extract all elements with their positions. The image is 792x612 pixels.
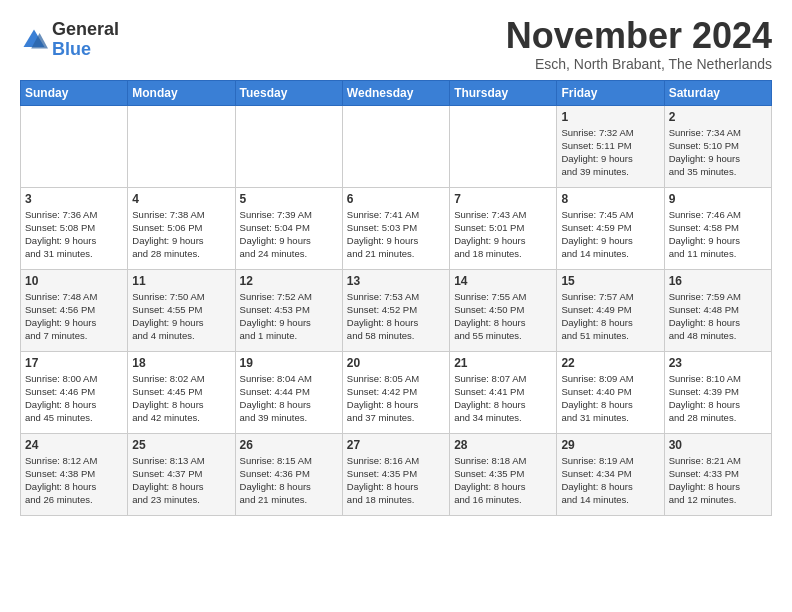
day-number: 17 — [25, 356, 123, 370]
day-info: Sunrise: 7:52 AM Sunset: 4:53 PM Dayligh… — [240, 290, 338, 343]
day-cell: 25Sunrise: 8:13 AM Sunset: 4:37 PM Dayli… — [128, 433, 235, 515]
day-info: Sunrise: 7:41 AM Sunset: 5:03 PM Dayligh… — [347, 208, 445, 261]
day-cell: 8Sunrise: 7:45 AM Sunset: 4:59 PM Daylig… — [557, 187, 664, 269]
calendar-table: SundayMondayTuesdayWednesdayThursdayFrid… — [20, 80, 772, 516]
day-cell: 28Sunrise: 8:18 AM Sunset: 4:35 PM Dayli… — [450, 433, 557, 515]
day-info: Sunrise: 8:15 AM Sunset: 4:36 PM Dayligh… — [240, 454, 338, 507]
day-info: Sunrise: 7:59 AM Sunset: 4:48 PM Dayligh… — [669, 290, 767, 343]
logo: General Blue — [20, 20, 119, 60]
day-info: Sunrise: 7:39 AM Sunset: 5:04 PM Dayligh… — [240, 208, 338, 261]
header-thursday: Thursday — [450, 80, 557, 105]
day-info: Sunrise: 8:12 AM Sunset: 4:38 PM Dayligh… — [25, 454, 123, 507]
day-info: Sunrise: 7:45 AM Sunset: 4:59 PM Dayligh… — [561, 208, 659, 261]
day-cell — [235, 105, 342, 187]
day-number: 2 — [669, 110, 767, 124]
day-number: 26 — [240, 438, 338, 452]
day-cell: 6Sunrise: 7:41 AM Sunset: 5:03 PM Daylig… — [342, 187, 449, 269]
logo-blue-text: Blue — [52, 40, 119, 60]
day-cell — [21, 105, 128, 187]
day-cell: 15Sunrise: 7:57 AM Sunset: 4:49 PM Dayli… — [557, 269, 664, 351]
header-saturday: Saturday — [664, 80, 771, 105]
day-number: 30 — [669, 438, 767, 452]
day-cell: 9Sunrise: 7:46 AM Sunset: 4:58 PM Daylig… — [664, 187, 771, 269]
day-cell: 7Sunrise: 7:43 AM Sunset: 5:01 PM Daylig… — [450, 187, 557, 269]
day-cell: 30Sunrise: 8:21 AM Sunset: 4:33 PM Dayli… — [664, 433, 771, 515]
day-number: 7 — [454, 192, 552, 206]
day-cell: 19Sunrise: 8:04 AM Sunset: 4:44 PM Dayli… — [235, 351, 342, 433]
day-cell — [450, 105, 557, 187]
day-number: 15 — [561, 274, 659, 288]
header-tuesday: Tuesday — [235, 80, 342, 105]
day-number: 20 — [347, 356, 445, 370]
day-number: 18 — [132, 356, 230, 370]
day-cell: 26Sunrise: 8:15 AM Sunset: 4:36 PM Dayli… — [235, 433, 342, 515]
day-cell: 4Sunrise: 7:38 AM Sunset: 5:06 PM Daylig… — [128, 187, 235, 269]
day-info: Sunrise: 7:46 AM Sunset: 4:58 PM Dayligh… — [669, 208, 767, 261]
day-cell: 27Sunrise: 8:16 AM Sunset: 4:35 PM Dayli… — [342, 433, 449, 515]
day-number: 3 — [25, 192, 123, 206]
day-info: Sunrise: 8:18 AM Sunset: 4:35 PM Dayligh… — [454, 454, 552, 507]
day-cell: 17Sunrise: 8:00 AM Sunset: 4:46 PM Dayli… — [21, 351, 128, 433]
header-friday: Friday — [557, 80, 664, 105]
day-cell: 10Sunrise: 7:48 AM Sunset: 4:56 PM Dayli… — [21, 269, 128, 351]
day-number: 10 — [25, 274, 123, 288]
day-cell: 14Sunrise: 7:55 AM Sunset: 4:50 PM Dayli… — [450, 269, 557, 351]
day-info: Sunrise: 7:32 AM Sunset: 5:11 PM Dayligh… — [561, 126, 659, 179]
day-number: 8 — [561, 192, 659, 206]
day-info: Sunrise: 8:02 AM Sunset: 4:45 PM Dayligh… — [132, 372, 230, 425]
header-wednesday: Wednesday — [342, 80, 449, 105]
logo-icon — [20, 26, 48, 54]
day-number: 19 — [240, 356, 338, 370]
week-row-4: 24Sunrise: 8:12 AM Sunset: 4:38 PM Dayli… — [21, 433, 772, 515]
day-cell: 11Sunrise: 7:50 AM Sunset: 4:55 PM Dayli… — [128, 269, 235, 351]
day-info: Sunrise: 7:36 AM Sunset: 5:08 PM Dayligh… — [25, 208, 123, 261]
day-cell: 1Sunrise: 7:32 AM Sunset: 5:11 PM Daylig… — [557, 105, 664, 187]
day-number: 6 — [347, 192, 445, 206]
day-info: Sunrise: 8:21 AM Sunset: 4:33 PM Dayligh… — [669, 454, 767, 507]
day-cell: 18Sunrise: 8:02 AM Sunset: 4:45 PM Dayli… — [128, 351, 235, 433]
day-info: Sunrise: 8:13 AM Sunset: 4:37 PM Dayligh… — [132, 454, 230, 507]
day-info: Sunrise: 7:57 AM Sunset: 4:49 PM Dayligh… — [561, 290, 659, 343]
day-cell: 22Sunrise: 8:09 AM Sunset: 4:40 PM Dayli… — [557, 351, 664, 433]
day-number: 1 — [561, 110, 659, 124]
day-number: 12 — [240, 274, 338, 288]
header-sunday: Sunday — [21, 80, 128, 105]
day-cell: 24Sunrise: 8:12 AM Sunset: 4:38 PM Dayli… — [21, 433, 128, 515]
day-number: 4 — [132, 192, 230, 206]
day-number: 23 — [669, 356, 767, 370]
day-info: Sunrise: 8:04 AM Sunset: 4:44 PM Dayligh… — [240, 372, 338, 425]
page: General Blue November 2024 Esch, North B… — [0, 0, 792, 526]
day-number: 13 — [347, 274, 445, 288]
day-cell — [128, 105, 235, 187]
day-number: 22 — [561, 356, 659, 370]
day-info: Sunrise: 8:07 AM Sunset: 4:41 PM Dayligh… — [454, 372, 552, 425]
day-number: 11 — [132, 274, 230, 288]
day-info: Sunrise: 7:55 AM Sunset: 4:50 PM Dayligh… — [454, 290, 552, 343]
day-cell: 5Sunrise: 7:39 AM Sunset: 5:04 PM Daylig… — [235, 187, 342, 269]
logo-text: General Blue — [52, 20, 119, 60]
day-cell: 3Sunrise: 7:36 AM Sunset: 5:08 PM Daylig… — [21, 187, 128, 269]
day-cell: 13Sunrise: 7:53 AM Sunset: 4:52 PM Dayli… — [342, 269, 449, 351]
day-cell: 29Sunrise: 8:19 AM Sunset: 4:34 PM Dayli… — [557, 433, 664, 515]
day-number: 14 — [454, 274, 552, 288]
day-number: 21 — [454, 356, 552, 370]
day-info: Sunrise: 7:50 AM Sunset: 4:55 PM Dayligh… — [132, 290, 230, 343]
week-row-0: 1Sunrise: 7:32 AM Sunset: 5:11 PM Daylig… — [21, 105, 772, 187]
day-info: Sunrise: 7:43 AM Sunset: 5:01 PM Dayligh… — [454, 208, 552, 261]
day-number: 9 — [669, 192, 767, 206]
day-number: 5 — [240, 192, 338, 206]
day-number: 25 — [132, 438, 230, 452]
header: General Blue November 2024 Esch, North B… — [20, 16, 772, 72]
day-info: Sunrise: 8:09 AM Sunset: 4:40 PM Dayligh… — [561, 372, 659, 425]
day-cell: 2Sunrise: 7:34 AM Sunset: 5:10 PM Daylig… — [664, 105, 771, 187]
day-number: 28 — [454, 438, 552, 452]
day-cell — [342, 105, 449, 187]
day-number: 29 — [561, 438, 659, 452]
day-number: 24 — [25, 438, 123, 452]
day-info: Sunrise: 8:10 AM Sunset: 4:39 PM Dayligh… — [669, 372, 767, 425]
day-info: Sunrise: 7:53 AM Sunset: 4:52 PM Dayligh… — [347, 290, 445, 343]
title-area: November 2024 Esch, North Brabant, The N… — [506, 16, 772, 72]
location-subtitle: Esch, North Brabant, The Netherlands — [506, 56, 772, 72]
day-number: 27 — [347, 438, 445, 452]
day-cell: 21Sunrise: 8:07 AM Sunset: 4:41 PM Dayli… — [450, 351, 557, 433]
